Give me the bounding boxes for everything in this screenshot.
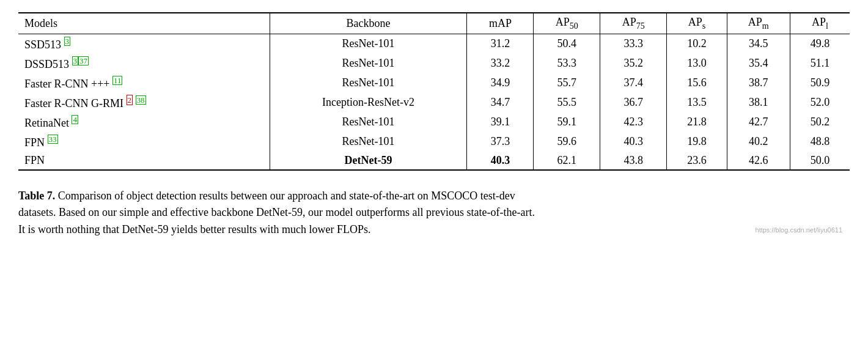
model-name: Faster R-CNN +++ 11: [18, 73, 270, 93]
ap75-value: 37.4: [600, 73, 667, 93]
backbone-name: ResNet-101: [270, 113, 467, 132]
apl-value: 50.0: [790, 152, 850, 170]
ref-4: 4: [72, 115, 78, 124]
model-name: DSSD513 337: [18, 54, 270, 73]
table-row: Faster R-CNN +++ 11 ResNet-101 34.9 55.7…: [18, 73, 850, 93]
col-header-apm: APm: [727, 13, 790, 34]
ref-2-red: 2: [127, 95, 133, 105]
apm-value: 42.7: [727, 113, 790, 132]
table-row: SSD513 3 ResNet-101 31.2 50.4 33.3 10.2 …: [18, 34, 850, 54]
ap75-value: 40.3: [600, 132, 667, 152]
apm-value: 38.1: [727, 93, 790, 113]
apm-value: 35.4: [727, 54, 790, 73]
table-row: FPN 33 ResNet-101 37.3 59.6 40.3 19.8 40…: [18, 132, 850, 152]
ap75-value: 36.7: [600, 93, 667, 113]
map-value: 39.1: [467, 113, 534, 132]
ref-3: 3: [64, 37, 71, 46]
table-caption: Table 7. Comparison of object detection …: [18, 188, 544, 239]
col-header-backbone: Backbone: [270, 13, 467, 34]
watermark: https://blog.csdn.net/liyu0611: [756, 226, 842, 234]
ap50-value: 59.6: [534, 132, 600, 152]
ap50-value: 55.7: [534, 73, 600, 93]
map-value: 34.9: [467, 73, 534, 93]
col-header-aps: APs: [667, 13, 727, 34]
aps-value: 13.0: [667, 54, 727, 73]
ap50-value: 62.1: [534, 152, 600, 170]
aps-value: 15.6: [667, 73, 727, 93]
ap75-value: 43.8: [600, 152, 667, 170]
aps-value: 13.5: [667, 93, 727, 113]
backbone-name: Inception-ResNet-v2: [270, 93, 467, 113]
backbone-name: ResNet-101: [270, 73, 467, 93]
apm-value: 34.5: [727, 34, 790, 54]
apm-value: 42.6: [727, 152, 790, 170]
table-row: FPN DetNet-59 40.3 62.1 43.8 23.6 42.6 5…: [18, 152, 850, 170]
apl-value: 50.2: [790, 113, 850, 132]
ap50-value: 55.5: [534, 93, 600, 113]
apl-value: 52.0: [790, 93, 850, 113]
model-name: SSD513 3: [18, 34, 270, 54]
table-row: DSSD513 337 ResNet-101 33.2 53.3 35.2 13…: [18, 54, 850, 73]
model-name: RetinaNet 4: [18, 113, 270, 132]
apl-value: 48.8: [790, 132, 850, 152]
ap50-value: 53.3: [534, 54, 600, 73]
caption-label: Table 7.: [18, 190, 55, 202]
map-value: 34.7: [467, 93, 534, 113]
aps-value: 23.6: [667, 152, 727, 170]
apm-value: 38.7: [727, 73, 790, 93]
model-name: FPN: [18, 152, 270, 170]
model-name: FPN 33: [18, 132, 270, 152]
aps-value: 19.8: [667, 132, 727, 152]
col-header-ap75: AP75: [600, 13, 667, 34]
caption-text: Comparison of object detection results b…: [18, 190, 535, 236]
backbone-name: ResNet-101: [270, 132, 467, 152]
backbone-name: ResNet-101: [270, 34, 467, 54]
ap75-value: 33.3: [600, 34, 667, 54]
col-header-ap50: AP50: [534, 13, 600, 34]
model-name: Faster R-CNN G-RMI 2 38: [18, 93, 270, 113]
ref-38: 38: [136, 95, 146, 105]
ref-33: 33: [48, 135, 58, 144]
ref-11: 11: [112, 76, 123, 85]
col-header-models: Models: [18, 13, 270, 34]
apl-value: 50.9: [790, 73, 850, 93]
ap75-value: 42.3: [600, 113, 667, 132]
apl-value: 49.8: [790, 34, 850, 54]
apm-value: 40.2: [727, 132, 790, 152]
comparison-table: Models Backbone mAP AP50 AP75 APs APm AP…: [18, 12, 850, 171]
ap50-value: 59.1: [534, 113, 600, 132]
ap75-value: 35.2: [600, 54, 667, 73]
col-header-map: mAP: [467, 13, 534, 34]
map-value: 33.2: [467, 54, 534, 73]
aps-value: 21.8: [667, 113, 727, 132]
ap50-value: 50.4: [534, 34, 600, 54]
backbone-name: DetNet-59: [270, 152, 467, 170]
map-value: 37.3: [467, 132, 534, 152]
ref-37: 37: [78, 56, 89, 65]
ref-3: 3: [72, 56, 79, 65]
map-value: 31.2: [467, 34, 534, 54]
map-value: 40.3: [467, 152, 534, 170]
aps-value: 10.2: [667, 34, 727, 54]
apl-value: 51.1: [790, 54, 850, 73]
table-row: RetinaNet 4 ResNet-101 39.1 59.1 42.3 21…: [18, 113, 850, 132]
table-row: Faster R-CNN G-RMI 2 38 Inception-ResNet…: [18, 93, 850, 113]
col-header-apl: APl: [790, 13, 850, 34]
backbone-name: ResNet-101: [270, 54, 467, 73]
